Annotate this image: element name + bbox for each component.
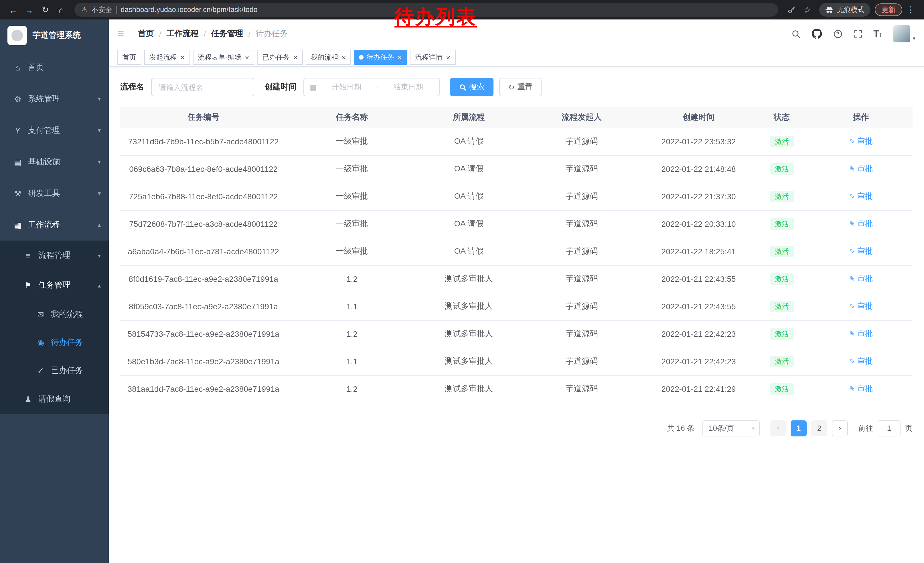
approve-link[interactable]: ✎审批 bbox=[849, 274, 873, 284]
cell-task-name: 1.1 bbox=[286, 293, 417, 320]
sidebar-item-label: 请假查询 bbox=[38, 394, 70, 404]
tab-label: 我的流程 bbox=[311, 53, 338, 62]
approve-link[interactable]: ✎审批 bbox=[849, 384, 873, 394]
cell-status: 激活 bbox=[754, 155, 810, 183]
tab-close-icon[interactable]: × bbox=[446, 54, 450, 61]
approve-link[interactable]: ✎审批 bbox=[849, 301, 873, 312]
tab-home[interactable]: 首页 bbox=[117, 50, 141, 65]
flag-icon: ⚑ bbox=[23, 281, 33, 290]
pagination: 共 16 条 10条/页 ▾ ‹ 12 › 前往 页 bbox=[120, 420, 912, 436]
chat-icon: ✉ bbox=[36, 309, 46, 319]
github-icon[interactable] bbox=[812, 29, 822, 39]
user-menu[interactable]: ▾ bbox=[893, 25, 915, 42]
tab-todo-task[interactable]: 待办任务× bbox=[354, 50, 407, 65]
url-text[interactable]: dashboard.yudao.iocoder.cn/bpm/task/todo bbox=[121, 6, 258, 14]
refresh-icon[interactable]: ↻ bbox=[38, 2, 52, 17]
cell-actions: ✎审批 bbox=[810, 238, 912, 265]
table-row: 069c6a63-7b8a-11ec-8ef0-acde48001122一级审批… bbox=[120, 155, 912, 183]
sidebar-item-todo-task[interactable]: ◉待办任务 bbox=[0, 328, 109, 356]
sidebar-collapse-icon[interactable]: ≡ bbox=[117, 27, 131, 41]
cell-initiator: 芋道源码 bbox=[520, 128, 643, 155]
approve-link[interactable]: ✎审批 bbox=[849, 164, 873, 174]
help-icon[interactable] bbox=[833, 29, 842, 39]
cell-process: 测试多审批人 bbox=[417, 265, 520, 293]
dashboard-icon: ⌂ bbox=[13, 63, 23, 72]
tab-my-process[interactable]: 我的流程× bbox=[306, 50, 351, 65]
breadcrumb-item[interactable]: 工作流程 bbox=[166, 29, 199, 39]
address-bar[interactable]: ⚠ 不安全 dashboard.yudao.iocoder.cn/bpm/tas… bbox=[74, 3, 778, 17]
fullscreen-icon[interactable] bbox=[853, 29, 862, 38]
tab-done-task[interactable]: 已办任务× bbox=[257, 50, 303, 65]
tab-form-edit[interactable]: 流程表单-编辑× bbox=[193, 50, 254, 65]
page-button-2[interactable]: 2 bbox=[811, 420, 827, 436]
tab-close-icon[interactable]: × bbox=[245, 54, 249, 61]
breadcrumb-item[interactable]: 任务管理 bbox=[211, 29, 243, 39]
approve-link[interactable]: ✎审批 bbox=[849, 356, 873, 366]
home-icon[interactable]: ⌂ bbox=[54, 2, 69, 17]
breadcrumb-separator: / bbox=[204, 29, 206, 38]
approve-link[interactable]: ✎审批 bbox=[849, 136, 873, 147]
next-page-button[interactable]: › bbox=[832, 420, 848, 436]
tab-close-icon[interactable]: × bbox=[180, 54, 184, 61]
tab-process-detail[interactable]: 流程详情× bbox=[410, 50, 455, 65]
password-key-icon[interactable] bbox=[784, 2, 799, 17]
font-size-icon[interactable]: TT bbox=[873, 29, 882, 39]
browser-menu-dots-icon[interactable]: ⋮ bbox=[903, 2, 918, 17]
approve-link[interactable]: ✎审批 bbox=[849, 246, 873, 257]
app-title: 芋道管理系统 bbox=[33, 30, 81, 41]
tab-close-icon[interactable]: × bbox=[342, 54, 346, 61]
approve-link[interactable]: ✎审批 bbox=[849, 329, 873, 339]
tab-start-process[interactable]: 发起流程× bbox=[144, 50, 190, 65]
end-date-placeholder[interactable]: 结束日期 bbox=[383, 82, 434, 92]
sidebar-item-system[interactable]: ⚙系统管理▾ bbox=[0, 83, 109, 114]
goto-page-input[interactable] bbox=[878, 420, 900, 436]
person-icon: ♟ bbox=[23, 395, 33, 404]
sidebar-item-leave-query[interactable]: ♟请假查询 bbox=[0, 384, 109, 414]
app-frame: 芋道管理系统 ⌂首页⚙系统管理▾¥支付管理▾▤基础设施▾⚒研发工具▾▦工作流程▴… bbox=[0, 20, 924, 563]
avatar[interactable] bbox=[893, 25, 910, 42]
prev-page-button[interactable]: ‹ bbox=[770, 420, 786, 436]
status-badge: 激活 bbox=[770, 383, 794, 395]
breadcrumb-item[interactable]: 首页 bbox=[138, 29, 154, 39]
search-icon[interactable] bbox=[791, 29, 801, 39]
cell-initiator: 芋道源码 bbox=[520, 265, 643, 293]
sidebar-item-infrastructure[interactable]: ▤基础设施▾ bbox=[0, 146, 109, 177]
security-warning-label[interactable]: 不安全 bbox=[92, 5, 112, 15]
bookmark-star-icon[interactable]: ☆ bbox=[800, 2, 814, 17]
tab-close-icon[interactable]: × bbox=[293, 54, 297, 61]
table-row: 381aa1dd-7ac8-11ec-a9e2-a2380e71991a1.2测… bbox=[120, 375, 912, 402]
cell-task-id: 580e1b3d-7ac8-11ec-a9e2-a2380e71991a bbox=[120, 348, 286, 375]
start-date-placeholder[interactable]: 开始日期 bbox=[321, 82, 372, 92]
process-name-input[interactable] bbox=[151, 78, 254, 96]
tab-close-icon[interactable]: × bbox=[398, 54, 402, 61]
security-warning-icon[interactable]: ⚠ bbox=[81, 6, 88, 14]
sidebar-item-task-mgmt[interactable]: ⚑任务管理▴ bbox=[0, 270, 109, 300]
page-button-1[interactable]: 1 bbox=[790, 420, 807, 436]
sidebar-item-my-process[interactable]: ✉我的流程 bbox=[0, 300, 109, 328]
sidebar-item-process-mgmt[interactable]: ≡流程管理▾ bbox=[0, 240, 109, 270]
cell-create-time: 2022-01-21 22:43:55 bbox=[643, 265, 754, 293]
reset-button[interactable]: ↻ 重置 bbox=[499, 78, 542, 96]
sidebar-item-payment[interactable]: ¥支付管理▾ bbox=[0, 114, 109, 146]
sidebar-item-devtools[interactable]: ⚒研发工具▾ bbox=[0, 177, 109, 209]
sidebar-item-workflow[interactable]: ▦工作流程▴ bbox=[0, 209, 109, 240]
edit-icon: ✎ bbox=[849, 330, 855, 338]
sidebar-item-done-task[interactable]: ✓已办任务 bbox=[0, 356, 109, 384]
back-icon[interactable]: ← bbox=[6, 2, 21, 17]
approve-link-label: 审批 bbox=[857, 329, 873, 339]
forward-icon[interactable]: → bbox=[22, 2, 37, 17]
cell-status: 激活 bbox=[754, 128, 810, 155]
approve-link[interactable]: ✎审批 bbox=[849, 219, 873, 229]
sidebar-item-label: 任务管理 bbox=[38, 280, 70, 290]
cell-create-time: 2022-01-22 21:48:48 bbox=[643, 155, 754, 183]
update-button[interactable]: 更新 bbox=[875, 3, 902, 16]
sidebar-item-label: 待办任务 bbox=[51, 337, 83, 347]
page-size-select[interactable]: 10条/页 ▾ bbox=[702, 420, 760, 436]
approve-link[interactable]: ✎审批 bbox=[849, 191, 873, 201]
chevron-down-icon: ▾ bbox=[98, 159, 101, 165]
search-button[interactable]: 搜索 bbox=[450, 78, 494, 96]
sidebar-item-home[interactable]: ⌂首页 bbox=[0, 51, 109, 83]
edit-icon: ✎ bbox=[849, 275, 855, 283]
approve-link-label: 审批 bbox=[857, 274, 873, 284]
create-time-range-picker[interactable]: ▦ 开始日期 - 结束日期 bbox=[303, 78, 440, 96]
